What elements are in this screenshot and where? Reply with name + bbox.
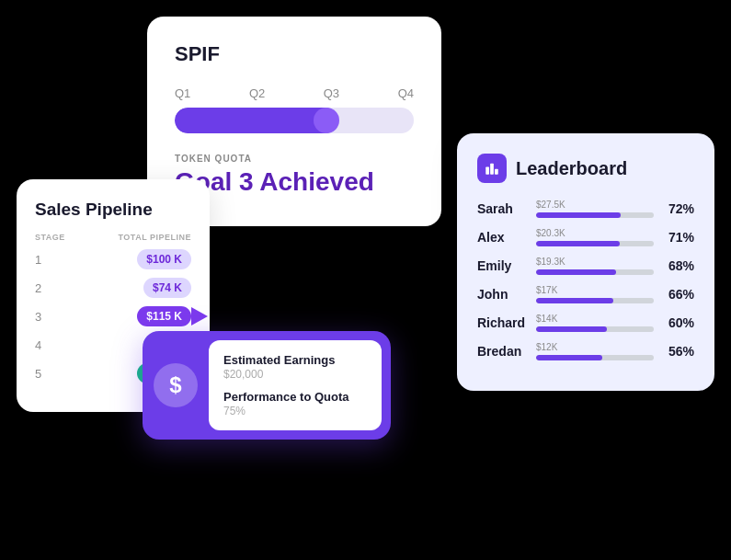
earnings-content: Estimated Earnings $20,000 Performance t… [209,340,382,430]
lb-amount-5: $12K [536,342,654,352]
lb-row-richard: Richard $14K 60% [477,314,694,332]
lb-amount-3: $17K [536,285,654,295]
stage-badge-2: $74 K [143,278,191,298]
lb-pct-2: 68% [661,258,694,273]
lb-bar-fill-0 [536,212,621,218]
lb-bar-wrap-2: $19.3K [536,257,654,275]
lb-bar-track-3 [536,298,654,303]
performance-quota-value: 75% [223,405,367,417]
performance-quota-item: Performance to Quota 75% [223,390,367,417]
lb-row-emily: Emily $19.3K 68% [477,257,694,275]
lb-amount-4: $14K [536,314,654,324]
leaderboard-title: Leaderboard [516,158,627,179]
lb-row-sarah: Sarah $27.5K 72% [477,200,694,218]
lb-pct-4: 60% [661,315,694,330]
pipeline-title: Sales Pipeline [35,200,191,220]
earnings-icon-wrap: $ [143,335,209,436]
lb-bar-fill-1 [536,241,620,246]
lb-row-alex: Alex $20.3K 71% [477,228,694,246]
token-label: TOKEN QUOTA [175,154,414,164]
lb-amount-2: $19.3K [536,257,654,267]
scene: SPIF Q1 Q2 Q3 Q4 TOKEN QUOTA Goal 3 Achi… [0,0,731,560]
total-col-label: TOTAL PIPELINE [118,233,191,242]
spif-title: SPIF [175,42,414,66]
progress-track [175,108,414,133]
lb-name-4: Richard [477,315,529,330]
estimated-earnings-label: Estimated Earnings [223,353,367,367]
q1-label: Q1 [175,86,190,100]
estimated-earnings-value: $20,000 [223,368,367,381]
lb-pct-0: 72% [661,201,694,216]
estimated-earnings-item: Estimated Earnings $20,000 [223,353,367,381]
stage-num-2: 2 [35,281,50,295]
stage-col-label: STAGE [35,233,65,242]
stage-num-1: 1 [35,253,50,267]
lb-bar-track-4 [536,326,654,332]
goal-text: Goal 3 Achieved [175,167,414,197]
lb-bar-track-0 [536,212,654,218]
lb-bar-fill-5 [536,355,602,360]
svg-rect-1 [490,164,494,175]
stage-num-3: 3 [35,310,50,324]
stage-num-4: 4 [35,338,50,352]
stage-num-5: 5 [35,367,50,381]
arrow-pointer [191,307,208,326]
lb-name-3: John [477,287,529,302]
svg-rect-2 [495,169,498,175]
lb-amount-0: $27.5K [536,200,654,210]
leaderboard-header: Leaderboard [477,154,694,183]
lb-row-john: John $17K 66% [477,285,694,303]
lb-bar-wrap-0: $27.5K [536,200,654,218]
lb-row-bredan: Bredan $12K 56% [477,342,694,360]
lb-bar-wrap-3: $17K [536,285,654,303]
lb-pct-5: 56% [661,344,694,359]
q2-label: Q2 [249,86,265,100]
q3-label: Q3 [324,86,339,100]
lb-bar-track-5 [536,355,654,360]
quarter-labels: Q1 Q2 Q3 Q4 [175,86,414,100]
svg-rect-0 [485,167,489,175]
lb-name-0: Sarah [477,201,529,216]
progress-fill [175,108,337,133]
lb-bar-fill-3 [536,298,613,303]
pipeline-header: STAGE TOTAL PIPELINE [35,233,191,242]
leaderboard-rows: Sarah $27.5K 72% Alex $20.3K 71% Emily $… [477,200,694,360]
performance-quota-label: Performance to Quota [223,390,367,404]
stage-badge-1: $100 K [137,249,191,269]
pipeline-row-2: 2 $74 K [35,278,191,298]
leaderboard-icon [477,154,507,183]
dollar-icon: $ [154,363,198,407]
lb-name-1: Alex [477,230,529,245]
lb-amount-1: $20.3K [536,228,654,238]
lb-bar-wrap-1: $20.3K [536,228,654,246]
earnings-card: $ Estimated Earnings $20,000 Performance… [143,331,391,440]
lb-bar-track-1 [536,241,654,246]
lb-pct-1: 71% [661,230,694,245]
stage-badge-3: $115 K [137,306,191,326]
lb-name-2: Emily [477,258,529,273]
pipeline-row-1: 1 $100 K [35,249,191,269]
lb-bar-fill-2 [536,269,616,275]
leaderboard-card: Leaderboard Sarah $27.5K 72% Alex $20.3K… [457,133,714,391]
lb-name-5: Bredan [477,344,529,359]
lb-bar-wrap-5: $12K [536,342,654,360]
pipeline-row-3: 3 $115 K [35,306,191,326]
lb-bar-fill-4 [536,326,607,332]
q4-label: Q4 [398,86,414,100]
lb-bar-track-2 [536,269,654,275]
lb-bar-wrap-4: $14K [536,314,654,332]
lb-pct-3: 66% [661,287,694,302]
